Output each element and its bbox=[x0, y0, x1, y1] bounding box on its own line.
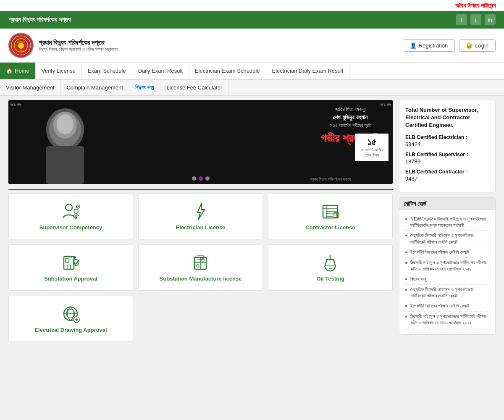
nav-exam-schedule[interactable]: Exam Schedule bbox=[82, 63, 132, 79]
svg-line-17 bbox=[77, 215, 79, 216]
notice-item[interactable]: ইলেকট্রিশিয়ানদের পরীক্ষার ডেইলি রেজাল্ট bbox=[405, 247, 489, 257]
service-contractor-license[interactable]: Contractor License bbox=[268, 193, 393, 239]
svg-point-33 bbox=[74, 256, 76, 259]
nav-electrician-exam-schedule[interactable]: Electrician Exam Schedule bbox=[189, 63, 266, 79]
carousel-slide: জাতির পিতা বঙ্গবন্ধু শেখ মুজিবুর রহমান ও… bbox=[8, 100, 393, 184]
service-oil-testing[interactable]: Oil Testing bbox=[268, 244, 393, 291]
notice-board-title: নোটিশ বোর্ড bbox=[399, 198, 495, 210]
substation-approval-icon bbox=[61, 253, 80, 272]
svg-point-11 bbox=[74, 209, 78, 213]
service-substation-manufacture[interactable]: Substation Manufacture license bbox=[138, 244, 263, 291]
org-sub-title: বিদ্যুৎ বিভাগ, বিদ্যুৎ জ্বালানি ও খনিজ স… bbox=[39, 47, 118, 52]
nav-electrician-daily-exam-result[interactable]: Electrician Daily Exam Result bbox=[266, 63, 350, 79]
drawing-approval-icon bbox=[61, 304, 80, 323]
carousel-dot-3[interactable] bbox=[205, 176, 210, 181]
carousel: জাতির পিতা বঙ্গবন্ধু শেখ মুজিবুর রহমান ও… bbox=[8, 100, 393, 184]
stats-box: Total Number of Supervisor, Electrical a… bbox=[399, 100, 496, 192]
header-green-bar: প্রধান বিদ্যুৎ পরিদর্শকের দপ্তর f t in bbox=[0, 11, 504, 29]
brand-text: প্রধান বিদ্যুৎ পরিদর্শকের দপ্তর বিদ্যুৎ … bbox=[39, 39, 118, 52]
nav-complain-management[interactable]: Complain Management bbox=[60, 80, 129, 95]
svg-point-9 bbox=[57, 114, 74, 134]
logo-row: বাংলাদেশ সরকার প্রধান বিদ্যুৎ পরিদর্শকের… bbox=[0, 29, 504, 63]
facebook-icon[interactable]: f bbox=[456, 14, 467, 25]
supervisor-competency-label: Supervisor Competency bbox=[39, 224, 102, 231]
stat-supervisor-label: ELB Certified Supervisor : bbox=[405, 152, 489, 158]
electrician-license-label: Electrician License bbox=[176, 224, 226, 231]
nav-home[interactable]: 🏠 Home bbox=[0, 63, 36, 79]
carousel-dot-1[interactable] bbox=[192, 176, 196, 181]
svg-point-3 bbox=[18, 43, 24, 49]
svg-marker-21 bbox=[197, 203, 205, 220]
service-electrician-license[interactable]: Electrician License bbox=[138, 193, 263, 239]
svg-rect-8 bbox=[46, 146, 84, 184]
nav-daily-exam-result[interactable]: Daily Exam Result bbox=[132, 63, 189, 79]
nav-license-fee-calculator[interactable]: License Fee Calculator bbox=[160, 80, 228, 95]
divider bbox=[8, 189, 393, 190]
service-supervisor-competency[interactable]: Supervisor Competency bbox=[8, 193, 133, 239]
notice-list: NEW বৈদ্যুতিক ঠিকাদারী লাইসেন্স ও সুপারভ… bbox=[405, 214, 489, 328]
svg-line-19 bbox=[77, 207, 78, 208]
svg-line-15 bbox=[76, 216, 77, 219]
carousel-dots bbox=[192, 176, 210, 181]
auth-buttons-group: 👤 Registration 🔐 Login bbox=[403, 39, 496, 52]
login-button[interactable]: 🔐 Login bbox=[459, 39, 496, 52]
carousel-left-text: জয় বঙ্গ bbox=[10, 102, 21, 108]
carousel-title2: শেখ মুজিবুর রহমান bbox=[320, 114, 380, 121]
stat-supervisor: ELB Certified Supervisor : 13789 bbox=[405, 152, 489, 165]
svg-text:সরকার: সরকার bbox=[19, 50, 24, 52]
notice-item[interactable]: ঠিকাদারী লাইসেন্স ও সুপারভাইজার সার্টিফি… bbox=[405, 312, 489, 328]
carousel-dot-2[interactable] bbox=[199, 176, 203, 181]
top-bar: অবৈধ উপায়ে লাইসেন্স bbox=[0, 0, 504, 11]
stat-electrician-value: 63424 bbox=[405, 141, 489, 147]
contractor-license-label: Contractor License bbox=[305, 224, 355, 231]
header-site-title: প্রধান বিদ্যুৎ পরিদর্শকের দপ্তর bbox=[8, 16, 71, 24]
notice-item[interactable]: ইলেকট্রিশিয়ানদের পরীক্ষার ডেইলি রেজাল্ট bbox=[405, 301, 489, 311]
linkedin-icon[interactable]: in bbox=[485, 14, 496, 25]
login-icon: 🔐 bbox=[466, 42, 473, 49]
notice-item[interactable]: বিদ্যুৎ বন্ধু bbox=[405, 274, 489, 284]
svg-line-16 bbox=[73, 215, 75, 216]
oil-testing-icon bbox=[321, 253, 340, 272]
supervisor-icon bbox=[61, 202, 80, 221]
carousel-date-label: ১৫ আগস্ট জাতীয় শোক দিবস bbox=[358, 147, 385, 158]
svg-point-42 bbox=[197, 265, 199, 267]
svg-point-10 bbox=[66, 204, 72, 211]
service-grid: Supervisor Competency Electrician Licens… bbox=[8, 193, 393, 342]
nav-visitor-management[interactable]: Visitor Management bbox=[0, 80, 60, 95]
stat-electrician-label: ELB Certified Electrician : bbox=[405, 134, 489, 140]
carousel-footer: প্রধান বিদ্যুৎ পরিদর্শকের দপ্তর bbox=[310, 177, 351, 182]
social-icons-group: f t in bbox=[456, 14, 496, 25]
carousel-title1: জাতির পিতা বঙ্গবন্ধু bbox=[320, 106, 380, 112]
registration-button[interactable]: 👤 Registration bbox=[403, 39, 455, 52]
stat-contractor-label: ELB Certified Contractor : bbox=[405, 169, 489, 175]
right-sidebar: Total Number of Supervisor, Electrical a… bbox=[399, 100, 496, 342]
oil-testing-label: Oil Testing bbox=[316, 276, 344, 282]
main-content: জাতির পিতা বঙ্গবন্ধু শেখ মুজিবুর রহমান ও… bbox=[0, 96, 504, 346]
secondary-nav: Visitor Management Complain Management ব… bbox=[0, 80, 504, 96]
service-electrical-drawing[interactable]: Electrical Drawing Approval bbox=[8, 296, 133, 342]
substation-approval-label: Substation Approval bbox=[44, 276, 97, 282]
notice-item[interactable]: বৈদ্যুতিক ঠিকাদারী লাইসেন্স ও সুপারভাইজা… bbox=[405, 285, 489, 302]
carousel-right-text: জয় বঙ্গ bbox=[381, 102, 391, 108]
notice-item[interactable]: ঠিকাদারী লাইসেন্স ও সুপারভাইজার সার্টিফি… bbox=[405, 258, 489, 275]
brand-area: বাংলাদেশ সরকার প্রধান বিদ্যুৎ পরিদর্শকের… bbox=[8, 33, 118, 58]
twitter-icon[interactable]: t bbox=[470, 14, 481, 25]
illegal-license-text: অবৈধ উপায়ে লাইসেন্স bbox=[455, 2, 496, 9]
service-substation-approval[interactable]: Substation Approval bbox=[8, 244, 133, 291]
manufacture-icon bbox=[191, 253, 210, 272]
svg-line-36 bbox=[71, 257, 72, 258]
nav-bijoy-bondhu[interactable]: বিদ্যুৎ বন্ধু bbox=[129, 80, 161, 95]
svg-rect-32 bbox=[66, 258, 69, 262]
person-icon: 👤 bbox=[410, 42, 417, 49]
notice-item[interactable]: NEW বৈদ্যুতিক ঠিকাদারী লাইসেন্স ও সুপারভ… bbox=[405, 214, 489, 231]
substation-manufacture-label: Substation Manufacture license bbox=[160, 276, 242, 282]
electrical-drawing-label: Electrical Drawing Approval bbox=[34, 327, 107, 333]
org-main-title: প্রধান বিদ্যুৎ পরিদর্শকের দপ্তর bbox=[39, 39, 118, 47]
notice-item[interactable]: বৈদ্যুতিক ঠিকাদারী লাইসেন্স ও সুপারভাইজা… bbox=[405, 231, 489, 247]
stat-supervisor-value: 13789 bbox=[405, 158, 489, 165]
stats-title: Total Number of Supervisor, Electrical a… bbox=[405, 106, 489, 129]
nav-verify-license[interactable]: Verify License bbox=[36, 63, 82, 79]
carousel-title3: ও ১৫ আগস্টের শহীদের প্রতি bbox=[320, 123, 380, 128]
stat-contractor: ELB Certified Contractor : 9437 bbox=[405, 169, 489, 182]
svg-line-20 bbox=[78, 205, 79, 207]
